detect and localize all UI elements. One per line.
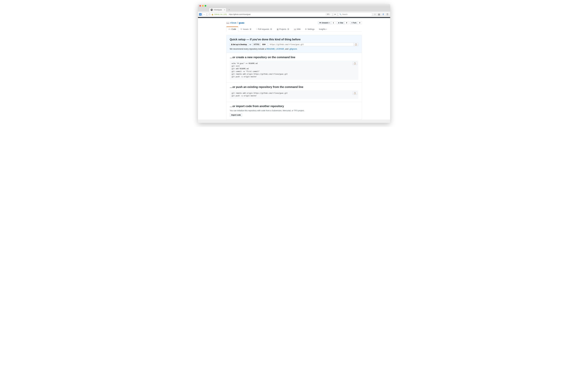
nav-wiki[interactable]: 📖Wiki [292,27,303,32]
star-button-group: ★Star 0 [337,21,349,24]
ssh-toggle[interactable]: SSH [261,43,267,46]
quick-setup-heading: Quick setup — if you've done this kind o… [230,38,358,41]
path-separator: / [237,21,238,24]
push-repo-section: …or push an existing repository from the… [227,83,362,102]
bookmark-star-icon[interactable]: ☆ [373,13,377,16]
fork-button-group: ⑂Fork 0 [350,21,362,24]
wiki-icon: 📖 [294,28,296,30]
repo-name-link[interactable]: guac [239,21,245,24]
close-tab-icon[interactable]: × [224,9,225,11]
watch-button-group: 👁Unwatch 1 [318,21,335,24]
clone-url-box: 📋 [268,43,358,46]
lock-icon: 🔒 [211,13,214,15]
import-help: You can initialize this repository with … [230,110,358,112]
desktop-icon: ⎘ [231,43,232,45]
site-identity: GitHub, Inc. (US) [214,13,228,15]
https-toggle[interactable]: HTTPS [252,43,261,46]
clipboard-icon: 📋 [354,62,356,64]
clipboard-icon: 📋 [354,92,356,94]
nav-issues[interactable]: ①Issues0 [238,27,254,32]
back-button[interactable]: ← [202,12,206,16]
search-engine-icon: 🔍 [340,13,341,15]
issues-icon: ① [240,28,242,30]
info-icon[interactable]: i [209,13,211,15]
page-content: 📖 rrlove / guac 👁Unwatch 1 ★Star 0 [198,18,390,120]
copy-push-button[interactable]: 📋 [352,91,357,95]
nav-pull-requests[interactable]: ⑂Pull requests0 [254,27,275,32]
recommend-text: We recommend every repository include a … [230,48,358,50]
readme-link[interactable]: README [266,48,275,50]
quick-setup-section: Quick setup — if you've done this kind o… [227,35,362,53]
repo-header: 📖 rrlove / guac 👁Unwatch 1 ★Star 0 [226,18,362,32]
fork-button[interactable]: ⑂Fork [350,21,358,24]
watch-count[interactable]: 1 [331,21,335,24]
push-code-block: 📋git remote add origin https://github.co… [230,90,358,99]
nav-insights[interactable]: Insights ▾ [317,27,329,32]
fork-icon: ⑂ [351,22,352,24]
browser-tab[interactable]: rrlove/guac × [209,8,226,12]
pocket-icon[interactable]: ▤ [377,13,381,16]
clone-url-input[interactable] [268,43,354,46]
gitignore-link[interactable]: .gitignore [289,48,297,50]
push-heading: …or push an existing repository from the… [230,85,358,89]
downloads-icon[interactable]: ⬇ [382,13,385,16]
nav-code[interactable]: <>Code [226,27,238,32]
url-bar[interactable]: i 🔒 GitHub, Inc. (US) https://github.com… [207,12,332,16]
gear-icon: ⚙ [305,28,307,30]
repo-owner-link[interactable]: rrlove [230,21,237,24]
browser-toolbar: S ← i 🔒 GitHub, Inc. (US) https://github… [198,12,390,17]
tab-title: rrlove/guac [214,9,222,11]
close-window-icon[interactable] [199,5,201,7]
clipboard-icon: 📋 [355,43,357,45]
copy-create-button[interactable]: 📋 [352,62,357,65]
setup-desktop-button[interactable]: ⎘Set up in Desktop [230,43,248,46]
create-heading: …or create a new repository on the comma… [230,56,358,59]
import-code-button[interactable]: Import code [230,113,242,117]
url-text: https://github.com/rrlove/guac [229,13,251,15]
browser-tabbar: rrlove/guac × + [198,8,390,12]
minimize-window-icon[interactable] [202,5,204,7]
or-text: or [249,43,251,45]
projects-icon: ▦ [277,28,279,30]
nav-settings[interactable]: ⚙Settings [303,27,317,32]
repo-actions: 👁Unwatch 1 ★Star 0 ⑂Fork 0 [318,21,362,24]
create-code-block: 📋echo "# guac" >> README.md git init git… [230,61,358,80]
maximize-window-icon[interactable] [205,5,206,7]
protocol-toggle: HTTPS SSH [252,43,267,46]
repo-name: 📖 rrlove / guac [226,21,245,24]
create-repo-section: …or create a new repository on the comma… [227,53,362,83]
copy-clone-url-button[interactable]: 📋 [354,43,358,46]
nav-projects[interactable]: ▦Projects0 [275,27,292,32]
browser-window: rrlove/guac × + S ← i 🔒 GitHub, Inc. (US… [198,4,390,123]
license-link[interactable]: LICENSE [276,48,284,50]
search-placeholder: Search [342,13,348,15]
repo-nav: <>Code ①Issues0 ⑂Pull requests0 ▦Project… [226,27,362,32]
menu-icon[interactable]: ☰ [386,13,389,16]
star-button[interactable]: ★Star [337,21,345,24]
pull-request-icon: ⑂ [256,28,257,30]
zoom-badge[interactable]: 90% [325,13,331,15]
import-section: …or import code from another repository … [227,102,362,119]
unwatch-button[interactable]: 👁Unwatch [318,21,331,24]
setup-box: Quick setup — if you've done this kind o… [226,35,362,120]
refresh-button[interactable]: ⟳ [333,12,337,16]
import-heading: …or import code from another repository [230,105,358,108]
chevron-down-icon: ▾ [326,29,327,30]
extension-s-icon[interactable]: S [199,13,202,16]
mac-titlebar [198,4,390,8]
star-count[interactable]: 0 [345,21,349,24]
github-favicon-icon [211,9,213,11]
new-tab-button[interactable]: + [227,8,231,12]
repo-icon: 📖 [226,21,229,24]
eye-icon: 👁 [319,22,321,24]
fork-count[interactable]: 0 [358,21,362,24]
star-icon: ★ [338,22,340,24]
search-bar[interactable]: 🔍 Search [338,12,372,16]
code-icon: <> [228,28,231,30]
